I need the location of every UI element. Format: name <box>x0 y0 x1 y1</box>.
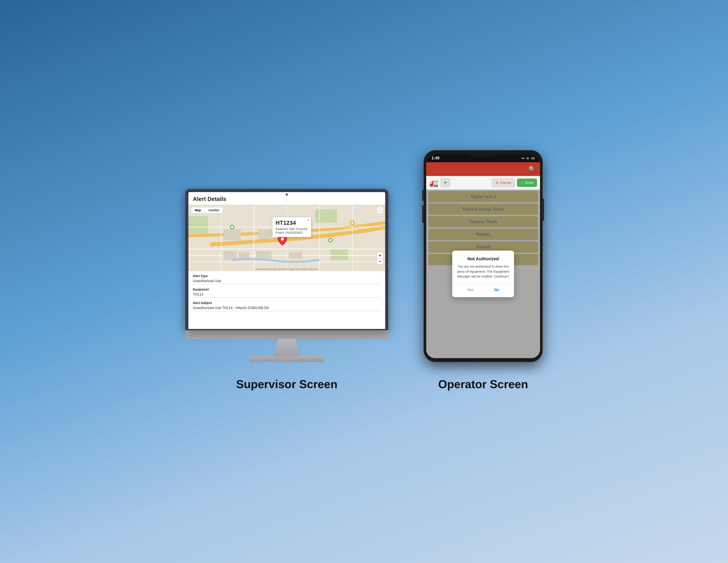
map-zoom-controls: + − <box>377 252 383 264</box>
wifi-icon: ⊜ <box>526 156 529 160</box>
alert-subject-label: Alert Subject <box>193 301 381 305</box>
truck-icon: 🚛 <box>429 178 439 187</box>
map-zoom-out[interactable]: − <box>377 258 383 264</box>
alert-type-label: Alert Type <box>193 274 381 278</box>
cancel-label: Cancel <box>500 181 511 185</box>
phone-frame: 1:49 ▪▪▪ ⊜ 96 🔍 🚛 + <box>424 150 543 362</box>
map-fullscreen-button[interactable]: ⛶ <box>377 207 383 213</box>
svg-rect-2 <box>315 209 337 222</box>
add-button[interactable]: + <box>441 178 450 187</box>
monitor-base <box>249 356 324 362</box>
equipment-field: Equipment <box>193 288 381 298</box>
svg-point-26 <box>351 221 354 224</box>
map-tabs: Map Satellite <box>191 207 223 213</box>
dialog-no-button[interactable]: No <box>487 287 506 294</box>
status-time: 1:49 <box>432 156 439 160</box>
map-zoom-in[interactable]: + <box>377 252 383 258</box>
alert-type-input[interactable] <box>193 278 381 284</box>
phone-screen: 1:49 ▪▪▪ ⊜ 96 🔍 🚛 + <box>426 154 540 358</box>
dialog-title: Not Authorized <box>457 256 510 261</box>
svg-rect-16 <box>289 252 302 259</box>
map-popup-type: Equipment Type: Excavator <box>276 227 308 231</box>
dialog-overlay: Not Authorized You are not authorized to… <box>426 190 540 358</box>
map-popup-close[interactable]: × <box>307 218 309 222</box>
svg-rect-13 <box>223 251 236 260</box>
battery-level: 96 <box>531 156 535 160</box>
monitor-stand <box>265 339 309 357</box>
svg-rect-15 <box>256 251 271 259</box>
svg-rect-1 <box>188 216 208 233</box>
dialog-actions: Yes No <box>457 284 510 294</box>
alert-form: Alert Type Equipment Alert Subject <box>188 271 385 329</box>
svg-rect-17 <box>223 229 241 240</box>
drive-check-icon: ✓ <box>521 180 524 185</box>
map-popup: × HT1234 Equipment Type: Excavator Proje… <box>272 217 311 237</box>
map-svg <box>188 205 385 271</box>
svg-rect-18 <box>258 229 271 239</box>
drive-label: Drive <box>525 181 533 185</box>
search-icon[interactable]: 🔍 <box>529 166 536 173</box>
alert-title-bar: Alert Details <box>188 192 385 205</box>
status-icons: ▪▪▪ ⊜ 96 <box>521 156 535 160</box>
not-authorized-dialog: Not Authorized You are not authorized to… <box>452 250 514 297</box>
supervisor-section: Alert Details <box>185 189 388 391</box>
svg-point-22 <box>329 239 332 241</box>
alert-title: Alert Details <box>193 195 226 202</box>
phone-notch <box>470 154 496 157</box>
monitor-body <box>185 330 388 339</box>
dialog-yes-button[interactable]: Yes <box>460 287 480 294</box>
map-attribution: Keyboard shortcuts Map data ©2023 Google… <box>255 268 318 270</box>
cancel-x-icon: ✕ <box>495 180 499 185</box>
signal-icon: ▪▪▪ <box>521 156 525 160</box>
app-header: 🔍 <box>426 162 540 176</box>
app-toolbar: 🚛 + ✕ Cancel ✓ Drive <box>426 176 540 190</box>
map-tab-map[interactable]: Map <box>191 207 205 213</box>
cancel-button[interactable]: ✕ Cancel <box>492 178 515 187</box>
map-popup-project: Project: UNASSIGNED <box>276 231 308 235</box>
svg-point-24 <box>231 226 233 228</box>
phone-power-button[interactable] <box>543 199 544 221</box>
operator-section: 1:49 ▪▪▪ ⊜ 96 🔍 🚛 + <box>424 150 543 391</box>
alert-window: Alert Details <box>188 192 385 329</box>
dialog-body: You are not authorized to drive this pie… <box>457 264 510 279</box>
map-container: Map Satellite ⛶ × HT1234 Equipment Type:… <box>188 205 385 271</box>
map-popup-id: HT1234 <box>276 219 308 226</box>
monitor-wrapper: Alert Details <box>185 189 388 362</box>
alert-subject-input[interactable] <box>193 305 381 311</box>
equipment-list: Taylor test 2 Taylors Dump Truck Taylors… <box>426 190 540 358</box>
supervisor-label: Supervisor Screen <box>236 378 338 391</box>
alert-subject-field: Alert Subject <box>193 301 381 311</box>
phone-wrapper: 1:49 ▪▪▪ ⊜ 96 🔍 🚛 + <box>424 150 543 362</box>
drive-button[interactable]: ✓ Drive <box>517 179 537 187</box>
equipment-label: Equipment <box>193 288 381 291</box>
alert-type-field: Alert Type <box>193 274 381 284</box>
map-tab-satellite[interactable]: Satellite <box>205 207 223 213</box>
operator-label: Operator Screen <box>438 378 528 391</box>
monitor-screen: Alert Details <box>185 189 388 330</box>
equipment-input[interactable] <box>193 292 381 298</box>
svg-point-28 <box>281 237 284 241</box>
svg-rect-3 <box>330 249 348 260</box>
